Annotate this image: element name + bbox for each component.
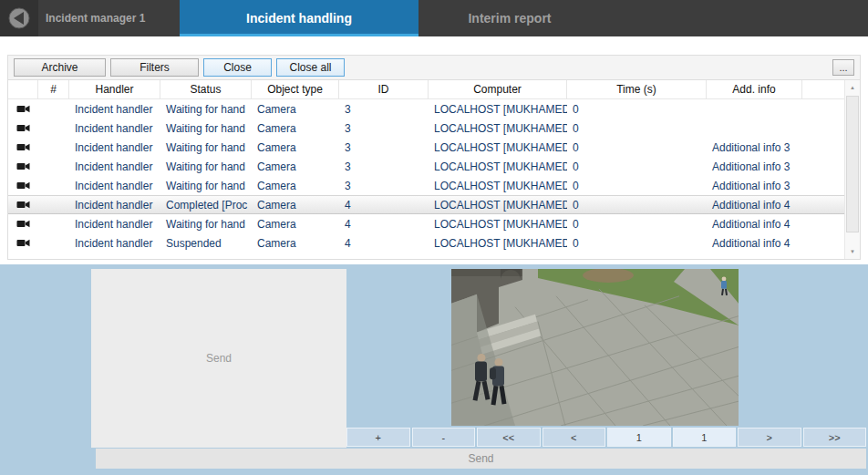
column-header-id[interactable]: ID xyxy=(339,80,429,98)
fast-backward-button[interactable]: << xyxy=(477,428,541,447)
column-header-icon[interactable] xyxy=(8,80,38,98)
cell-id: 4 xyxy=(339,199,429,212)
scroll-up-icon[interactable]: ▲ xyxy=(845,80,860,95)
camera-icon xyxy=(8,105,38,113)
cell-object-type: Camera xyxy=(252,237,339,250)
cell-status: Waiting for hand xyxy=(160,141,252,154)
cell-handler: Incident handler xyxy=(69,237,160,250)
step-backward-button[interactable]: < xyxy=(542,428,606,447)
cell-add-info: Additional info 3 xyxy=(707,160,802,173)
app-title: Incident manager 1 xyxy=(38,0,180,36)
toolbar-button-filters[interactable]: Filters xyxy=(110,58,199,77)
scroll-down-icon[interactable]: ▼ xyxy=(845,244,860,259)
send-panel-label: Send xyxy=(206,352,232,365)
cell-handler: Incident handler xyxy=(69,141,160,154)
camera-icon xyxy=(8,181,38,190)
cell-handler: Incident handler xyxy=(69,160,160,173)
cell-computer: LOCALHOST [MUKHAMED xyxy=(429,122,567,135)
camera-icon xyxy=(8,239,38,247)
cell-status: Waiting for hand xyxy=(160,122,252,135)
scroll-thumb[interactable] xyxy=(846,96,859,232)
table-row[interactable]: Incident handlerWaiting for handCamera4L… xyxy=(8,214,844,233)
video-scene xyxy=(451,269,739,426)
more-button[interactable]: ... xyxy=(832,59,854,76)
column-header-computer[interactable]: Computer xyxy=(429,80,567,98)
column-header-object-type[interactable]: Object type xyxy=(252,80,339,98)
cell-time: 0 xyxy=(567,160,707,173)
top-bar: Incident manager 1 Incident handling Int… xyxy=(0,0,868,36)
cell-computer: LOCALHOST [MUKHAMED xyxy=(429,160,567,173)
table-row[interactable]: Incident handlerCompleted [ProcCamera4LO… xyxy=(8,195,844,214)
toolbar-button-archive[interactable]: Archive xyxy=(14,58,106,77)
camera-icon xyxy=(8,162,38,170)
column-header-status[interactable]: Status xyxy=(160,80,252,98)
step-forward-button[interactable]: > xyxy=(738,428,801,447)
cell-object-type: Camera xyxy=(252,103,339,116)
column-header-number[interactable]: # xyxy=(38,80,69,98)
table-row[interactable]: Incident handlerWaiting for handCamera3L… xyxy=(8,99,844,119)
cell-computer: LOCALHOST [MUKHAMED xyxy=(429,103,567,116)
cell-handler: Incident handler xyxy=(69,103,160,116)
app-logo-icon[interactable] xyxy=(0,0,38,36)
fast-forward-button[interactable]: >> xyxy=(803,428,867,447)
tab-incident-handling[interactable]: Incident handling xyxy=(180,0,418,36)
cell-handler: Incident handler xyxy=(69,180,160,192)
table-row[interactable]: Incident handlerWaiting for handCamera3L… xyxy=(8,138,844,157)
send-button[interactable]: Send xyxy=(96,449,866,469)
cell-object-type: Camera xyxy=(252,199,339,212)
cell-status: Waiting for hand xyxy=(160,160,252,173)
zoom-in-button[interactable]: + xyxy=(346,428,410,447)
zoom-out-button[interactable]: - xyxy=(412,428,476,447)
cell-id: 3 xyxy=(339,103,429,116)
cell-status: Waiting for hand xyxy=(160,103,252,116)
cell-computer: LOCALHOST [MUKHAMED xyxy=(429,141,567,154)
cell-id: 3 xyxy=(339,160,429,173)
camera-icon xyxy=(8,201,38,209)
cell-time: 0 xyxy=(567,122,707,135)
cell-computer: LOCALHOST [MUKHAMED xyxy=(429,237,567,250)
send-panel[interactable]: Send xyxy=(91,269,346,448)
cell-time: 0 xyxy=(567,237,707,250)
cell-id: 3 xyxy=(339,141,429,154)
tab-interim-report[interactable]: Interim report xyxy=(429,0,590,36)
column-header-filler xyxy=(802,80,844,98)
page-current-button[interactable]: 1 xyxy=(607,428,671,447)
camera-icon xyxy=(8,143,38,151)
bottom-panel: Send xyxy=(0,264,868,475)
tab-incident-handling-label: Incident handling xyxy=(246,11,352,26)
cell-add-info: Additional info 4 xyxy=(707,237,802,250)
camera-icon xyxy=(8,220,38,228)
cell-add-info: Additional info 4 xyxy=(707,199,802,212)
logo-glyph xyxy=(7,6,31,30)
tab-interim-report-label: Interim report xyxy=(468,11,551,26)
vertical-scrollbar[interactable]: ▲ ▼ xyxy=(844,80,860,259)
incident-table-body: Incident handlerWaiting for handCamera3L… xyxy=(8,99,844,253)
cell-time: 0 xyxy=(567,180,707,192)
table-row[interactable]: Incident handlerSuspendedCamera4LOCALHOS… xyxy=(8,233,844,253)
page-total-button[interactable]: 1 xyxy=(673,428,737,447)
column-header-time[interactable]: Time (s) xyxy=(567,80,707,98)
cell-object-type: Camera xyxy=(252,122,339,135)
table-header: #HandlerStatusObject typeIDComputerTime … xyxy=(8,80,844,99)
toolbar-button-close[interactable]: Close xyxy=(203,58,272,77)
cell-handler: Incident handler xyxy=(69,122,160,135)
cell-time: 0 xyxy=(567,218,707,231)
video-frame[interactable] xyxy=(451,269,739,426)
column-header-handler[interactable]: Handler xyxy=(69,80,160,98)
table-row[interactable]: Incident handlerWaiting for handCamera3L… xyxy=(8,176,844,195)
cell-id: 3 xyxy=(339,122,429,135)
cell-object-type: Camera xyxy=(252,160,339,173)
cell-add-info: Additional info 3 xyxy=(707,180,802,192)
cell-time: 0 xyxy=(567,141,707,154)
cell-object-type: Camera xyxy=(252,218,339,231)
table-row[interactable]: Incident handlerWaiting for handCamera3L… xyxy=(8,157,844,176)
cell-status: Waiting for hand xyxy=(160,180,252,192)
table-row[interactable]: Incident handlerWaiting for handCamera3L… xyxy=(8,119,844,138)
cell-status: Completed [Proc xyxy=(160,199,252,212)
playback-controls: +-<<<11>>> xyxy=(346,428,866,447)
column-header-add-info[interactable]: Add. info xyxy=(707,80,802,98)
cell-computer: LOCALHOST [MUKHAMED xyxy=(429,180,567,192)
send-button-label: Send xyxy=(468,452,493,465)
toolbar-button-close-all[interactable]: Close all xyxy=(276,58,345,77)
cell-add-info: Additional info 3 xyxy=(707,141,802,154)
